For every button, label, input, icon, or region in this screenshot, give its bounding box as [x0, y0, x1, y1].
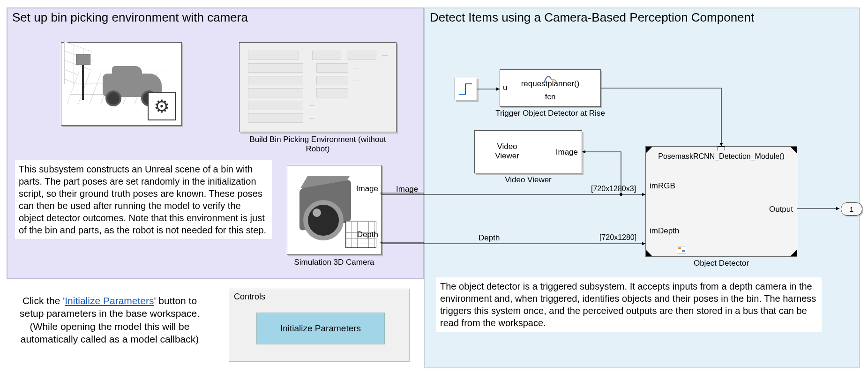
svg-rect-2	[682, 250, 685, 252]
depth-signal-label: Depth	[479, 233, 500, 243]
env-description: This subsystem constructs an Unreal scen…	[15, 160, 272, 239]
env-panel: Set up bin picking environment with came…	[7, 7, 424, 279]
footer-text: Click the 'Initialize Parameters' button…	[7, 291, 213, 348]
init-params-link[interactable]: Initialize Parameters	[65, 295, 154, 306]
subsystem-badge-icon	[677, 246, 686, 254]
object-detector-label: Object Detector	[645, 259, 797, 268]
sim3d-camera-block[interactable]: Image Depth	[287, 165, 382, 255]
video-viewer-text: Video Viewer	[491, 142, 524, 161]
build-env-block[interactable]	[239, 42, 397, 132]
imdepth-port: imDepth	[650, 226, 679, 236]
video-viewer-label: Video Viewer	[474, 175, 582, 185]
detector-fn-text: PosemaskRCNN_Detection_Module()	[646, 152, 797, 161]
video-viewer-port: Image	[556, 148, 578, 157]
gear-icon: ⚙	[148, 92, 176, 120]
detect-panel: Detect Items using a Camera-Based Percep…	[424, 7, 860, 368]
controls-title: Controls	[234, 292, 265, 302]
scene-icon: ⚙	[61, 43, 181, 125]
sim3d-camera-label: Simulation 3D Camera	[287, 258, 382, 267]
trigger-fcn-text: fcn	[500, 92, 600, 102]
step-icon	[458, 82, 473, 95]
initialize-parameters-button[interactable]: Initialize Parameters	[256, 313, 385, 344]
camera-image-port: Image	[356, 184, 378, 194]
step-block[interactable]	[455, 78, 477, 100]
outport-number: 1	[850, 205, 853, 213]
build-env-label: Build Bin Picking Environment (without R…	[239, 135, 397, 154]
matlab-membrane-icon	[543, 74, 557, 85]
svg-rect-1	[678, 247, 681, 249]
trigger-label: Trigger Object Detector at Rise	[485, 109, 616, 118]
env-title: Set up bin picking environment with came…	[12, 10, 248, 25]
outport-1[interactable]: 1	[841, 202, 862, 216]
params-icon	[239, 43, 396, 132]
simulink-canvas: Set up bin picking environment with came…	[0, 0, 868, 373]
video-viewer-block[interactable]: Video Viewer Image	[474, 130, 582, 173]
rgb-dim-label: [720x1280x3]	[591, 185, 636, 193]
object-detector-block[interactable]: PosemaskRCNN_Detection_Module() imRGB im…	[645, 146, 797, 257]
initialize-parameters-button-label: Initialize Parameters	[280, 323, 361, 334]
controls-panel: Controls Initialize Parameters	[229, 289, 410, 362]
camera-depth-port: Depth	[357, 230, 378, 239]
output-port: Output	[769, 205, 793, 214]
trigger-fcn-block[interactable]: u requestplanner() fcn	[500, 69, 601, 107]
detect-description: The object detector is a triggered subsy…	[436, 277, 822, 332]
scene-config-block[interactable]: ⚙	[61, 42, 182, 126]
svg-point-4	[620, 193, 622, 196]
camera-icon	[287, 165, 381, 254]
image-signal-label: Image	[396, 185, 418, 194]
detect-title: Detect Items using a Camera-Based Percep…	[430, 10, 754, 25]
depth-dim-label: [720x1280]	[599, 233, 636, 242]
imrgb-port: imRGB	[650, 181, 675, 191]
